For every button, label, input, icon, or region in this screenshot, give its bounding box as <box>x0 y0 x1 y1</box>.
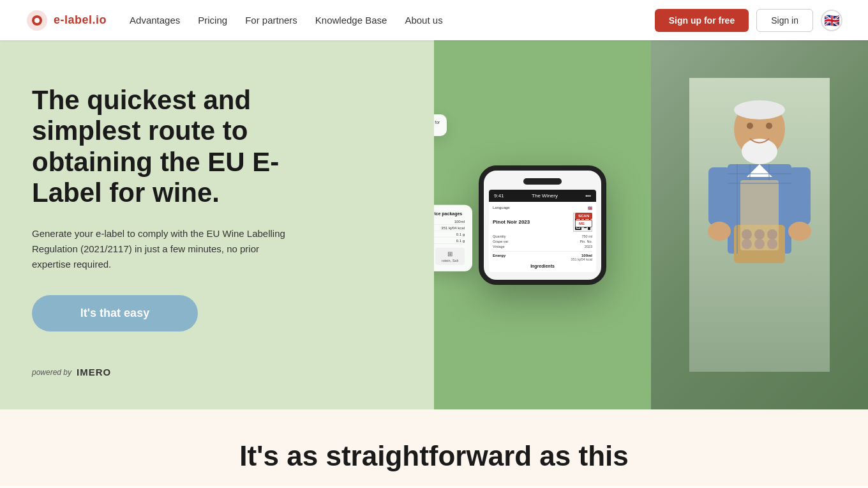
me-label: ME <box>575 220 592 227</box>
floating-card-title: Attractive service packages <box>434 211 465 216</box>
energy-row-4: 0.1 g <box>434 238 465 244</box>
scan-badge-group: SCAN ME <box>575 213 592 227</box>
nav-item-advantages[interactable]: Advantages <box>130 15 180 26</box>
hero-title: The quickest and simplest route to obtai… <box>32 85 402 208</box>
flag-display: 🇬🇧 <box>588 206 592 210</box>
phone-time: 9:41 <box>494 193 504 199</box>
language-row: Language 🇬🇧 <box>493 206 592 210</box>
svg-point-34 <box>747 123 753 129</box>
hero-title-line4: Label for wine. <box>32 178 220 208</box>
svg-point-24 <box>708 222 731 241</box>
scan-label: SCAN <box>575 213 592 219</box>
energy-val1: 100ml <box>581 254 592 257</box>
energy-label: Energy <box>493 254 505 257</box>
signup-button[interactable]: Sign up for free <box>655 9 749 32</box>
second-section-title: It's as straightforward as this <box>239 439 629 473</box>
service-icon-2: ⊞ <box>438 250 462 257</box>
nav-link-about[interactable]: About us <box>405 15 442 26</box>
phone-signal: ▪▪▪ <box>585 193 591 199</box>
wine-name: Pinot Noir 2023 <box>493 219 530 225</box>
svg-point-35 <box>766 123 772 129</box>
person-section <box>651 40 868 409</box>
energy-row-val-2: 351 kj/04 kcal <box>441 225 465 229</box>
wine-info-grape: Grape var Pin. No. <box>493 240 592 243</box>
phone-screen: 9:41 The Winery ▪▪▪ Language 🇬🇧 <box>489 190 596 272</box>
nav-item-pricing[interactable]: Pricing <box>198 15 227 26</box>
svg-rect-36 <box>740 180 779 250</box>
grape-label: Grape var <box>493 240 508 243</box>
vintage-label: Vintage <box>493 245 505 248</box>
imero-logo: IMERO <box>77 367 111 377</box>
nav-item-partners[interactable]: For partners <box>245 15 297 26</box>
nav-link-pricing[interactable]: Pricing <box>198 15 227 26</box>
service-item-2: ⊞ rotein, Salt <box>435 248 465 265</box>
svg-rect-23 <box>788 167 811 225</box>
energy-row-val-1: 100ml <box>454 219 465 223</box>
energy-row-3: 0.1 g <box>434 231 465 238</box>
hero-text-block: The quickest and simplest route to obtai… <box>32 85 402 332</box>
signin-button[interactable]: Sign in <box>756 9 813 32</box>
nav-link-partners[interactable]: For partners <box>245 15 297 26</box>
phone-mockup: 9:41 The Winery ▪▪▪ Language 🇬🇧 <box>479 165 606 285</box>
language-selector[interactable]: 🇬🇧 <box>821 10 842 31</box>
hero-title-line3: obtaining the EU E- <box>32 147 279 177</box>
hero-section: The quickest and simplest route to obtai… <box>0 40 868 409</box>
cta-button[interactable]: It's that easy <box>32 295 198 332</box>
nav-left: e-label.io Advantages Pricing For partne… <box>26 9 443 32</box>
svg-rect-16 <box>588 227 590 230</box>
nav-right: Sign up for free Sign in 🇬🇧 <box>655 9 842 32</box>
energy-row-2: 351 kj/04 kcal <box>434 225 465 231</box>
energy-row-val-4: 0.1 g <box>456 238 465 242</box>
hero-title-line2: simplest route to <box>32 116 248 146</box>
quote-bubble: "The leading technology for the wine ind… <box>434 114 447 136</box>
nav-item-knowledge[interactable]: Knowledge Base <box>315 15 387 26</box>
nav-item-about[interactable]: About us <box>405 15 442 26</box>
hero-title-line1: The quickest and <box>32 85 251 115</box>
nav-link-advantages[interactable]: Advantages <box>130 15 180 26</box>
service-grid: ⊞ packages ⊞ rotein, Salt <box>434 248 465 265</box>
phone-header: 9:41 The Winery ▪▪▪ <box>489 190 596 202</box>
second-section: It's as straightforward as this <box>0 409 868 486</box>
powered-by: powered by IMERO <box>32 367 402 377</box>
energy-row-1: Energy 100ml <box>434 218 465 225</box>
logo-text: e-label.io <box>54 13 107 27</box>
phone-section: "The leading technology for the wine ind… <box>434 40 651 409</box>
quote-text: "The leading technology for the wine ind… <box>434 120 440 130</box>
logo-link[interactable]: e-label.io <box>26 9 107 32</box>
svg-point-2 <box>34 18 40 23</box>
phone-winery: The Winery <box>532 193 558 199</box>
nav-link-knowledge[interactable]: Knowledge Base <box>315 15 387 26</box>
svg-point-33 <box>734 100 785 119</box>
wine-info-vintage: Vintage 2023 <box>493 245 592 248</box>
ingredients-label: Ingredients <box>493 264 592 268</box>
floating-card: Attractive service packages Energy 100ml… <box>434 205 472 271</box>
hero-subtitle: Generate your e-label to comply with the… <box>32 226 287 272</box>
energy-val2: 351 kj/04 kcal <box>493 257 592 261</box>
phone-notch <box>523 178 562 185</box>
energy-section: Energy 100ml 351 kj/04 kcal <box>493 251 592 261</box>
svg-point-25 <box>788 222 811 241</box>
quantity-label: Quantity <box>493 234 505 238</box>
nav-links: Advantages Pricing For partners Knowledg… <box>130 15 443 26</box>
hero-right-inner: "The leading technology for the wine ind… <box>434 40 868 409</box>
wine-info-quantity: Quantity 750 ml <box>493 234 592 238</box>
hero-left: The quickest and simplest route to obtai… <box>0 40 434 409</box>
svg-rect-22 <box>708 167 731 225</box>
language-label: Language <box>493 206 510 210</box>
vintage-val: 2023 <box>585 245 592 248</box>
quantity-val: 750 ml <box>581 234 592 238</box>
person-svg <box>689 78 830 372</box>
service-label-2: rotein, Salt <box>438 259 462 263</box>
logo-icon <box>26 9 49 32</box>
hero-right: "The leading technology for the wine ind… <box>434 40 868 409</box>
powered-by-text: powered by <box>32 368 71 377</box>
navigation: e-label.io Advantages Pricing For partne… <box>0 0 868 40</box>
person-placeholder <box>651 40 868 409</box>
phone-content: Language 🇬🇧 SCAN ME <box>489 202 596 272</box>
grape-val: Pin. No. <box>580 240 592 243</box>
energy-row-val-3: 0.1 g <box>456 232 465 236</box>
